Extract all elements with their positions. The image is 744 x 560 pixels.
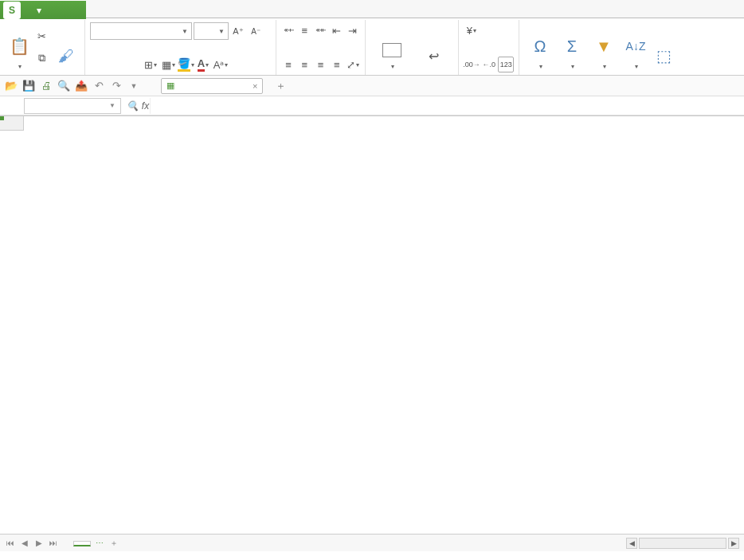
increase-decimal-button[interactable]: .00→ xyxy=(464,57,480,72)
excel-file-icon: ▦ xyxy=(166,80,174,91)
underline-button[interactable] xyxy=(125,57,141,72)
currency-button[interactable]: ¥ xyxy=(464,22,480,38)
sort-icon: A↓Z xyxy=(625,35,647,57)
menu-tabs xyxy=(86,0,744,18)
name-box[interactable]: ▼ xyxy=(24,98,121,114)
autosum-button[interactable]: Σ xyxy=(556,22,588,72)
phonetic-button[interactable]: Aᵃ xyxy=(213,57,229,72)
sheet-nav-next[interactable]: ▶ xyxy=(33,538,45,549)
align-bottom-button[interactable]: ⬵ xyxy=(313,22,327,38)
save-icon[interactable]: 💾 xyxy=(22,80,35,92)
group-align: ⬴ ≡ ⬵ ⇤ ⇥ ≡ ≡ ≡ ≡ ⤢ xyxy=(276,20,366,75)
spreadsheet-grid[interactable] xyxy=(0,116,744,534)
align-right-button[interactable]: ≡ xyxy=(313,57,327,72)
column-headers xyxy=(24,116,744,131)
sheet-nav-prev[interactable]: ◀ xyxy=(19,538,30,549)
fill-color-button[interactable]: 🪣 xyxy=(178,57,194,72)
border-button[interactable]: ⊞ xyxy=(143,57,159,72)
fx-search-icon[interactable]: 🔍 xyxy=(127,100,139,112)
symbol-label xyxy=(538,61,542,70)
align-middle-button[interactable]: ≡ xyxy=(297,22,311,38)
sigma-icon: Σ xyxy=(561,35,583,57)
merge-label xyxy=(390,61,394,70)
align-justify-button[interactable]: ≡ xyxy=(330,57,344,72)
align-center-button[interactable]: ≡ xyxy=(297,57,311,72)
font-family-select[interactable]: ▼ xyxy=(90,22,192,40)
new-tab-button[interactable]: ＋ xyxy=(274,80,287,92)
format-button[interactable]: ⬚ xyxy=(652,22,675,72)
sheet-menu-button[interactable]: ⋯ xyxy=(94,538,105,549)
italic-button[interactable] xyxy=(108,57,123,72)
scroll-track[interactable] xyxy=(639,538,726,549)
sheet-tab[interactable] xyxy=(73,541,91,546)
print-icon[interactable]: 🖨 xyxy=(40,80,53,92)
sheet-nav-last[interactable]: ⏭ xyxy=(48,538,59,549)
copy-button[interactable]: ⧉ xyxy=(35,50,51,66)
font-size-select[interactable]: ▼ xyxy=(194,22,229,40)
copy-icon: ⧉ xyxy=(35,52,48,65)
paste-label xyxy=(18,61,22,70)
decrease-font-button[interactable]: A⁻ xyxy=(248,23,264,39)
merge-icon xyxy=(382,43,401,57)
font-color-button[interactable]: A xyxy=(195,57,211,72)
scroll-right-button[interactable]: ▶ xyxy=(728,538,739,549)
format-painter-button[interactable]: 🖌 xyxy=(53,22,80,72)
format-icon: ⬚ xyxy=(652,45,675,67)
scroll-left-button[interactable]: ◀ xyxy=(626,538,637,549)
qat-dropdown-icon[interactable]: ▼ xyxy=(127,80,140,92)
wrap-icon: ↩ xyxy=(422,45,444,67)
bold-button[interactable] xyxy=(90,57,106,72)
sheet-tab-bar: ⏮ ◀ ▶ ⏭ ⋯ ＋ ◀ ▶ xyxy=(0,534,744,551)
group-number: ¥ .00→ ←.0 123 xyxy=(459,20,519,75)
close-tab-button[interactable]: × xyxy=(253,81,257,91)
cut-button[interactable]: ✂ xyxy=(35,29,51,45)
merge-center-button[interactable] xyxy=(370,22,413,72)
undo-icon[interactable]: ↶ xyxy=(92,80,105,92)
sum-label xyxy=(570,61,574,70)
brush-icon: 🖌 xyxy=(55,45,77,67)
cells-area[interactable] xyxy=(24,131,744,534)
number-format-button[interactable]: 123 xyxy=(498,57,514,72)
group-font: ▼ ▼ A⁺ A⁻ ⊞ ▦ 🪣 A Aᵃ xyxy=(85,20,276,75)
decrease-decimal-button[interactable]: ←.0 xyxy=(481,57,496,72)
app-menu-dropdown[interactable]: ▾ xyxy=(33,5,45,16)
sort-button[interactable]: A↓Z xyxy=(620,22,652,72)
symbol-button[interactable]: Ω xyxy=(524,22,556,72)
orientation-button[interactable]: ⤢ xyxy=(346,57,360,72)
sort-label xyxy=(634,61,638,70)
horizontal-scrollbar[interactable]: ◀ ▶ xyxy=(123,538,739,549)
quick-access-toolbar: 📂 💾 🖨 🔍 📤 ↶ ↷ ▼ ▦ × ＋ xyxy=(0,76,744,96)
open-icon[interactable]: 📂 xyxy=(5,80,18,92)
comma-button[interactable] xyxy=(498,22,514,38)
fill-pattern-button[interactable]: ▦ xyxy=(160,57,176,72)
app-logo-icon: S xyxy=(3,2,21,19)
redo-icon[interactable]: ↷ xyxy=(110,80,123,92)
print-preview-icon[interactable]: 🔍 xyxy=(57,80,70,92)
export-icon[interactable]: 📤 xyxy=(75,80,88,92)
group-clipboard: 📋 ✂ ⧉ 🖌 xyxy=(0,20,85,75)
indent-decrease-button[interactable]: ⇤ xyxy=(330,22,344,38)
group-editing: Ω Σ ▼ A↓Z ⬚ xyxy=(519,20,680,75)
select-all-corner[interactable] xyxy=(0,116,24,131)
indent-increase-button[interactable]: ⇥ xyxy=(346,22,360,38)
add-sheet-button[interactable]: ＋ xyxy=(108,538,119,549)
omega-icon: Ω xyxy=(529,35,551,57)
scissors-icon: ✂ xyxy=(35,30,48,43)
formula-bar: ▼ 🔍fx xyxy=(0,96,744,116)
filter-label xyxy=(602,61,606,70)
filter-button[interactable]: ▼ xyxy=(588,22,620,72)
align-left-button[interactable]: ≡ xyxy=(281,57,296,72)
funnel-icon: ▼ xyxy=(593,35,615,57)
group-merge: ↩ xyxy=(366,20,459,75)
align-top-button[interactable]: ⬴ xyxy=(281,22,296,38)
formula-input[interactable] xyxy=(150,98,744,114)
fx-icon[interactable]: fx xyxy=(142,100,149,112)
ribbon: 📋 ✂ ⧉ 🖌 ▼ ▼ A⁺ A⁻ ⊞ ▦ 🪣 A Aᵃ xyxy=(0,20,744,76)
paste-button[interactable]: 📋 xyxy=(5,22,33,72)
percent-button[interactable] xyxy=(481,22,497,38)
wrap-text-button[interactable]: ↩ xyxy=(413,22,453,72)
increase-font-button[interactable]: A⁺ xyxy=(230,23,246,39)
sheet-nav-first[interactable]: ⏮ xyxy=(5,538,16,549)
document-tab[interactable]: ▦ × xyxy=(161,78,263,94)
title-bar: S ▾ xyxy=(0,1,86,19)
